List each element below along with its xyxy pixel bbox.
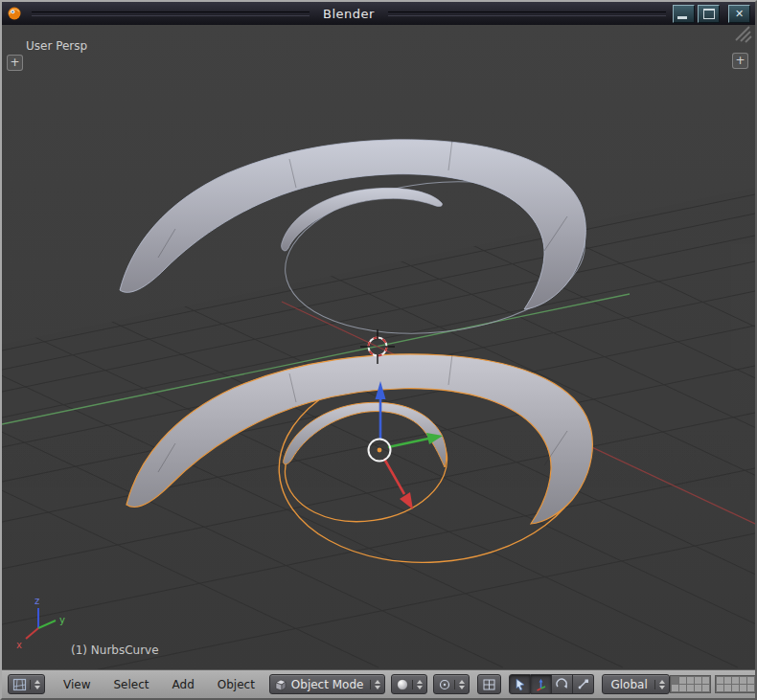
pivot-point-dropdown[interactable] — [433, 674, 470, 694]
layer-cell[interactable] — [740, 677, 746, 684]
layer-cell[interactable] — [679, 685, 686, 691]
editor-type-stepper — [30, 680, 40, 689]
pointer-icon — [513, 677, 527, 691]
axis-x-label: x — [16, 640, 22, 650]
menu-add[interactable]: Add — [172, 678, 195, 691]
editor-3dview-icon — [12, 678, 27, 691]
layer-cell[interactable] — [732, 677, 739, 684]
manipulator-scale-button[interactable] — [573, 674, 594, 694]
layer-cell[interactable] — [717, 685, 723, 691]
manipulate-centers-icon — [482, 678, 496, 691]
editor-type-button[interactable] — [8, 674, 45, 694]
titlebar[interactable]: Blender ✕ — [2, 2, 755, 25]
viewport-shading-dropdown[interactable] — [391, 674, 427, 694]
axis-y-label: y — [59, 615, 65, 625]
mode-dropdown-value: Object Mode — [291, 678, 364, 691]
axis-z-label: z — [34, 596, 39, 606]
layer-grid-right — [715, 675, 755, 693]
menu-view[interactable]: View — [62, 678, 91, 691]
layer-cell[interactable] — [724, 677, 731, 684]
translate-icon — [534, 677, 548, 691]
maximize-icon — [703, 9, 715, 19]
layer-cell[interactable] — [679, 677, 686, 684]
layer-cell[interactable] — [740, 685, 746, 691]
titlebar-groove — [32, 11, 310, 16]
object-mode-icon — [274, 678, 287, 691]
manipulator-translate-button[interactable] — [531, 674, 552, 694]
mode-dropdown[interactable]: Object Mode — [269, 674, 386, 694]
3d-viewport[interactable]: z y x User Persp (1) NurbsCurve + + — [2, 25, 755, 669]
region-expand-left-button[interactable]: + — [7, 55, 23, 71]
layer-cell[interactable] — [687, 685, 694, 691]
layer-cell[interactable] — [717, 677, 723, 684]
layer-cell[interactable] — [702, 685, 709, 691]
window-title: Blender — [313, 7, 384, 21]
layer-cell[interactable] — [695, 685, 701, 691]
manipulator-rotate-button[interactable] — [552, 674, 573, 694]
rotate-icon — [555, 677, 569, 691]
region-expand-right-button[interactable]: + — [732, 53, 748, 69]
close-button[interactable]: ✕ — [728, 5, 750, 23]
layer-cell[interactable] — [747, 685, 754, 691]
minimize-icon — [677, 16, 687, 19]
layer-cell[interactable] — [724, 685, 731, 691]
header-menus: View Select Add Object — [62, 678, 256, 691]
layer-cell[interactable] — [747, 677, 754, 684]
blender-window: Blender ✕ — [0, 0, 757, 700]
maximize-button[interactable] — [698, 5, 720, 23]
viewport-scene: z y x — [2, 25, 755, 669]
layer-cell[interactable] — [687, 677, 694, 684]
blender-logo-icon — [7, 6, 22, 21]
menu-select[interactable]: Select — [112, 678, 149, 691]
viewport-header: View Select Add Object Object Mode — [2, 669, 755, 698]
manipulate-centers-button[interactable] — [477, 674, 501, 694]
titlebar-groove — [388, 11, 666, 16]
orientation-stepper — [654, 680, 665, 689]
shading-stepper — [412, 680, 423, 689]
scale-icon — [576, 677, 590, 691]
pivot-point-icon — [438, 678, 451, 691]
close-icon: ✕ — [735, 9, 744, 19]
mode-stepper — [370, 680, 380, 689]
orientation-dropdown[interactable]: Global — [602, 674, 669, 694]
manipulator-enable-button[interactable] — [509, 674, 531, 694]
pivot-stepper — [454, 680, 465, 689]
layer-cell[interactable] — [672, 677, 678, 684]
shading-solid-icon — [396, 678, 409, 691]
layer-cell[interactable] — [672, 685, 678, 691]
menu-object[interactable]: Object — [217, 678, 256, 691]
object-origin-dot — [378, 448, 382, 453]
minimize-button[interactable] — [673, 5, 695, 23]
layer-cell[interactable] — [732, 685, 739, 691]
orientation-dropdown-value: Global — [610, 678, 647, 691]
layer-grid-left — [670, 675, 711, 693]
layer-buttons — [670, 675, 755, 693]
layer-cell[interactable] — [702, 677, 709, 684]
layer-cell[interactable] — [695, 677, 701, 684]
manipulator-toggle-group — [509, 674, 594, 694]
